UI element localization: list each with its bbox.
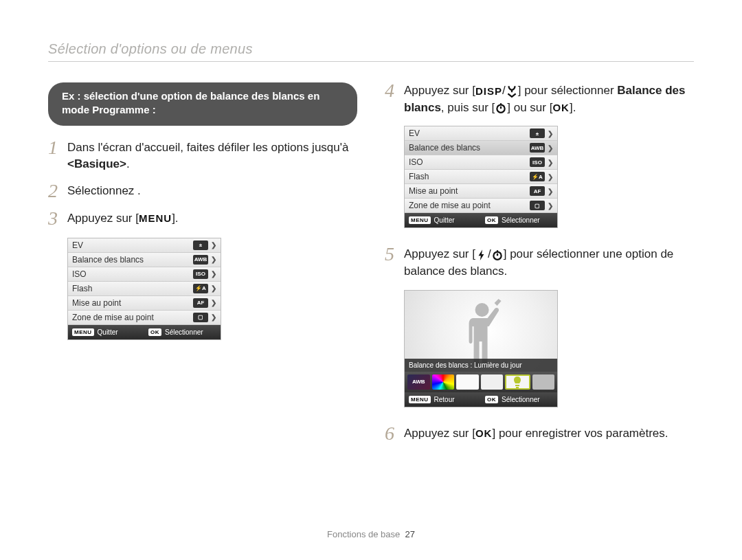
svg-point-2 [475, 303, 489, 317]
ok-button-icon: OK [148, 328, 161, 336]
wb-swatch-auto: AWB [407, 374, 430, 390]
footer-label: Sélectionner [502, 216, 540, 224]
wb-footer: MENURetour OKSélectionner [405, 392, 557, 407]
menu-button-icon: MENU [409, 396, 431, 403]
step-text: ] pour enregistrer vos paramètres. [492, 427, 668, 440]
menu-item-label: EV [72, 240, 193, 250]
step-text: ] pour sélectionner [518, 84, 618, 97]
menu-item-label: EV [409, 128, 530, 138]
menu-item-label: Zone de mise au point [409, 201, 530, 210]
example-callout: Ex : sélection d'une option de balance d… [48, 82, 357, 126]
menu-button-icon: MENU [139, 211, 172, 226]
wb-swatch-cloudy [481, 374, 504, 390]
chevron-right-icon: ❯ [548, 144, 553, 152]
iso-icon: ISO [193, 269, 208, 279]
menu-item-label: Mise au point [72, 298, 193, 308]
chevron-right-icon: ❯ [548, 130, 553, 137]
page-footer: Fonctions de base 27 [0, 529, 742, 539]
awb-icon: AWB [193, 255, 208, 265]
timer-icon [495, 102, 507, 113]
menu-item-label: Balance des blancs [72, 255, 193, 265]
menu-item-label: ISO [72, 269, 193, 279]
menu-item-label: Flash [72, 284, 193, 293]
step-text: Appuyez sur [ [404, 84, 475, 97]
chevron-right-icon: ❯ [211, 241, 216, 249]
step-6: 6 Appuyez sur [OK] pour enregistrer vos … [385, 425, 694, 443]
step-number: 6 [385, 424, 404, 443]
step-text: , puis sur [ [441, 101, 495, 114]
left-column: Ex : sélection d'une option de balance d… [48, 82, 357, 453]
step-text: ]. [172, 212, 178, 225]
wb-swatch-strip: AWB [405, 372, 557, 392]
step-number: 2 [48, 181, 67, 201]
wb-caption: Balance des blancs : Lumière du jour [405, 359, 557, 372]
step-number: 3 [48, 209, 67, 228]
page-number: 27 [405, 529, 415, 539]
menu-item-label: ISO [409, 157, 530, 167]
chevron-right-icon: ❯ [211, 284, 216, 292]
chevron-right-icon: ❯ [548, 159, 553, 166]
step-text: Appuyez sur [ [404, 247, 475, 260]
step-number: 1 [48, 138, 67, 173]
footer-label: Sélectionner [165, 328, 203, 336]
footer-label: Retour [434, 396, 455, 403]
menu-item-label: Zone de mise au point [72, 313, 193, 322]
wb-swatch-tungsten-selected [505, 374, 530, 390]
step-number: 4 [385, 81, 404, 116]
chevron-right-icon: ❯ [548, 188, 553, 195]
step-text: ]. [570, 101, 576, 114]
menu-item-label: Mise au point [409, 186, 530, 196]
ok-button-icon: OK [475, 426, 493, 441]
footer-section: Fonctions de base [327, 529, 400, 539]
zone-icon: ▢ [193, 313, 208, 322]
step-text: Appuyez sur [ [404, 427, 475, 440]
focus-icon: AF [530, 186, 545, 196]
footer-label: Quitter [434, 216, 455, 224]
wb-swatch-custom [432, 374, 455, 390]
chevron-right-icon: ❯ [211, 299, 216, 306]
step-1: 1 Dans l'écran d'accueil, faites défiler… [48, 139, 357, 173]
camera-menu-screenshot-1: EV±❯ Balance des blancsAWB❯ ISOISO❯ Flas… [67, 238, 221, 340]
footer-label: Sélectionner [502, 396, 540, 403]
menu-button-icon: MENU [409, 216, 431, 224]
step-text: Sélectionnez [67, 184, 137, 197]
step-3: 3 Appuyez sur [MENU]. [48, 210, 357, 228]
step-text: . [126, 157, 130, 170]
step-5: 5 Appuyez sur [/] pour sélectionner une … [385, 246, 694, 280]
ok-button-icon: OK [485, 396, 498, 403]
flash-icon: ⚡A [193, 284, 208, 293]
camera-menu-screenshot-2: EV±❯ Balance des blancsAWB❯ ISOISO❯ Flas… [404, 126, 558, 228]
right-column: 4 Appuyez sur [DISP/] pour sélectionner … [385, 82, 694, 453]
step-text-bold: <Basique> [67, 157, 126, 170]
flash-left-icon [475, 249, 488, 260]
step-text: ] ou sur [ [507, 101, 552, 114]
iso-icon: ISO [530, 157, 545, 167]
focus-icon: AF [193, 298, 208, 308]
step-2: 2 Sélectionnez . [48, 183, 357, 201]
ev-icon: ± [193, 240, 208, 250]
wb-swatch-fluorescent [532, 374, 555, 390]
wb-swatch-daylight [456, 374, 479, 390]
zone-icon: ▢ [530, 201, 545, 210]
camera-menu-footer: MENUQuitter OKSélectionner [68, 325, 221, 339]
flash-icon: ⚡A [530, 172, 545, 181]
step-4: 4 Appuyez sur [DISP/] pour sélectionner … [385, 82, 694, 116]
footer-label: Quitter [98, 328, 118, 336]
chevron-right-icon: ❯ [548, 202, 553, 210]
menu-button-icon: MENU [72, 328, 94, 336]
ev-icon: ± [530, 128, 545, 138]
ok-button-icon: OK [552, 100, 570, 115]
chevron-right-icon: ❯ [211, 256, 216, 263]
step-text: . [137, 184, 141, 197]
step-text: Dans l'écran d'accueil, faites défiler l… [67, 141, 348, 154]
awb-icon: AWB [530, 143, 545, 153]
person-silhouette-icon [456, 299, 509, 368]
ok-button-icon: OK [485, 216, 498, 224]
camera-menu-footer: MENUQuitter OKSélectionner [405, 213, 557, 227]
macro-down-icon [506, 86, 518, 97]
step-number: 5 [385, 245, 404, 280]
section-title: Sélection d'options ou de menus [48, 41, 694, 62]
chevron-right-icon: ❯ [211, 313, 216, 321]
menu-item-label: Flash [409, 172, 530, 181]
wb-preview-screenshot: Balance des blancs : Lumière du jour AWB… [404, 290, 558, 407]
